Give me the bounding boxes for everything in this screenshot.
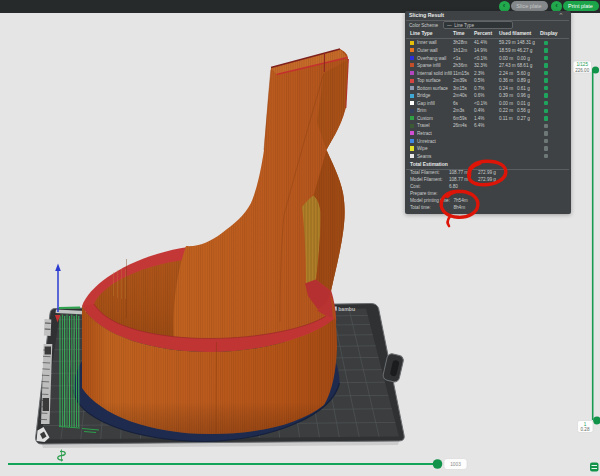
svg-text:bambu: bambu	[338, 306, 355, 312]
svg-text:1: 1	[584, 422, 587, 427]
svg-text:226.00: 226.00	[575, 68, 589, 73]
svg-text:0.28: 0.28	[581, 427, 590, 432]
svg-text:1/125: 1/125	[576, 62, 588, 67]
svg-text:1003: 1003	[450, 462, 461, 467]
